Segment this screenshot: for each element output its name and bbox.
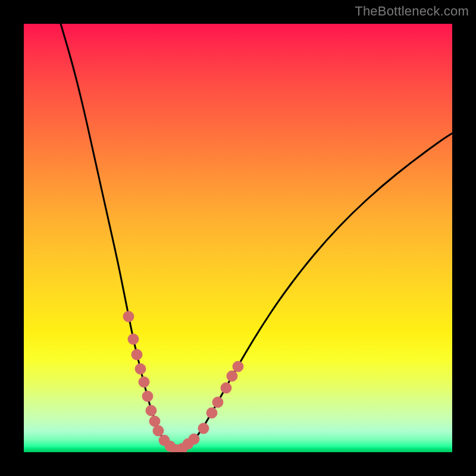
data-dot	[146, 405, 156, 416]
data-dot	[131, 349, 142, 360]
data-dot	[149, 416, 160, 427]
plot-area	[24, 24, 452, 452]
data-dot	[227, 371, 237, 381]
data-dot	[189, 434, 199, 444]
data-dot	[206, 408, 217, 418]
data-dot	[139, 377, 149, 387]
data-dot	[135, 364, 146, 374]
chart-frame: TheBottleneck.com	[0, 0, 476, 476]
data-dot	[233, 361, 243, 372]
watermark-text: TheBottleneck.com	[355, 4, 469, 19]
data-dot	[221, 383, 231, 393]
data-dot	[128, 334, 139, 345]
curve-dots	[123, 311, 243, 452]
data-dot	[123, 311, 134, 322]
curve-layer	[24, 24, 452, 452]
data-dot	[212, 397, 223, 408]
data-dot	[142, 391, 153, 402]
data-dot	[153, 425, 164, 436]
data-dot	[198, 423, 209, 434]
bottleneck-curve	[61, 24, 452, 450]
